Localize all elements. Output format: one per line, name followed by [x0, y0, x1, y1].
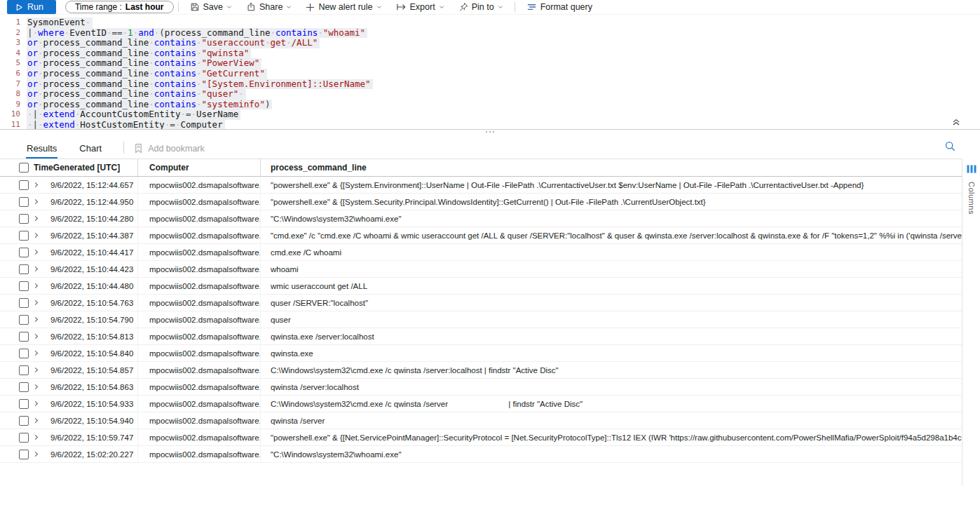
- table-row[interactable]: 9/6/2022, 15:10:54.790 mpocwiis002.dsmap…: [0, 311, 962, 328]
- table-row[interactable]: 9/6/2022, 15:10:54.940 mpocwiis002.dsmap…: [0, 412, 962, 429]
- row-expand-button[interactable]: [34, 452, 50, 456]
- row-computer: mpocwiis002.dsmapalsoftware....: [138, 446, 261, 462]
- collapse-editor-button[interactable]: [951, 117, 962, 127]
- format-lines-icon: [526, 3, 537, 11]
- row-checkbox[interactable]: [19, 416, 29, 426]
- row-process-command-line: qwinsta.exe /server:localhost: [261, 328, 962, 344]
- code-line: 10·|·extend·AccountCustomEntity·=·UserNa…: [0, 109, 980, 120]
- row-expand-button[interactable]: [34, 250, 50, 254]
- row-checkbox[interactable]: [19, 315, 29, 325]
- share-label: Share: [259, 2, 283, 12]
- table-row[interactable]: 9/6/2022, 15:12:44.950 mpocwiis002.dsmap…: [0, 194, 962, 210]
- row-expand-button[interactable]: [34, 183, 50, 187]
- row-time-generated: 9/6/2022, 15:10:44.417: [50, 244, 138, 260]
- row-process-command-line: qwinsta /server:localhost: [261, 379, 962, 395]
- chevron-right-icon: [33, 216, 38, 221]
- row-expand-button[interactable]: [34, 284, 50, 288]
- row-process-command-line: wmic useraccount get /ALL: [261, 278, 962, 294]
- row-expand-button[interactable]: [34, 385, 50, 389]
- row-expand-button[interactable]: [34, 368, 50, 372]
- row-checkbox[interactable]: [19, 399, 29, 409]
- row-checkbox[interactable]: [19, 365, 29, 375]
- row-time-generated: 9/6/2022, 15:10:44.423: [50, 261, 138, 277]
- time-range-picker[interactable]: Time range : Last hour: [65, 1, 174, 13]
- row-checkbox[interactable]: [19, 349, 29, 358]
- row-time-generated: 9/6/2022, 15:02:20.227: [50, 446, 138, 462]
- new-alert-rule-button[interactable]: New alert rule: [299, 0, 388, 14]
- row-checkbox[interactable]: [19, 248, 29, 257]
- tab-chart[interactable]: Chart: [79, 140, 102, 159]
- tab-results[interactable]: Results: [26, 140, 57, 159]
- row-expand-button[interactable]: [34, 436, 50, 439]
- row-time-generated: 9/6/2022, 15:10:44.280: [50, 210, 138, 227]
- table-row[interactable]: 9/6/2022, 15:02:20.227 mpocwiis002.dsmap…: [0, 446, 962, 463]
- chevron-right-icon: [33, 401, 38, 406]
- row-checkbox[interactable]: [19, 433, 29, 443]
- row-checkbox[interactable]: [19, 214, 29, 224]
- table-row[interactable]: 9/6/2022, 15:10:44.480 mpocwiis002.dsmap…: [0, 278, 962, 295]
- add-bookmark-button[interactable]: Add bookmark: [134, 143, 205, 159]
- row-checkbox[interactable]: [19, 450, 29, 459]
- pin-to-button[interactable]: Pin to: [451, 0, 510, 14]
- column-header-timegenerated[interactable]: TimeGenerated [UTC]: [34, 159, 138, 176]
- row-expand-button[interactable]: [34, 267, 50, 271]
- toolbar-divider: [178, 2, 179, 12]
- table-row[interactable]: 9/6/2022, 15:10:44.387 mpocwiis002.dsmap…: [0, 227, 962, 244]
- select-all-checkbox[interactable]: [19, 163, 29, 173]
- export-button[interactable]: Export: [389, 0, 451, 14]
- row-checkbox[interactable]: [19, 332, 29, 342]
- format-query-label: Format query: [540, 2, 592, 12]
- row-checkbox[interactable]: [19, 281, 29, 291]
- table-row[interactable]: 9/6/2022, 15:10:54.763 mpocwiis002.dsmap…: [0, 295, 962, 311]
- table-row[interactable]: 9/6/2022, 15:10:44.423 mpocwiis002.dsmap…: [0, 261, 962, 278]
- time-range-value: Last hour: [125, 2, 164, 12]
- row-checkbox[interactable]: [19, 382, 29, 392]
- format-query-button[interactable]: Format query: [519, 0, 599, 14]
- save-label: Save: [203, 2, 224, 12]
- line-number: 5: [0, 58, 27, 69]
- table-row[interactable]: 9/6/2022, 15:10:54.813 mpocwiis002.dsmap…: [0, 328, 962, 345]
- row-expand-button[interactable]: [34, 335, 50, 338]
- columns-panel-toggle[interactable]: [967, 165, 976, 175]
- row-expand-button[interactable]: [34, 234, 50, 237]
- run-button[interactable]: Run: [7, 0, 56, 14]
- export-label: Export: [410, 2, 435, 12]
- row-expand-button[interactable]: [34, 351, 50, 355]
- table-row[interactable]: 9/6/2022, 15:10:44.417 mpocwiis002.dsmap…: [0, 244, 962, 261]
- row-checkbox[interactable]: [19, 264, 29, 274]
- run-label: Run: [27, 2, 43, 12]
- results-bar-divider: [123, 142, 124, 154]
- table-body: 9/6/2022, 15:12:44.657 mpocwiis002.dsmap…: [0, 177, 962, 463]
- chevron-right-icon: [33, 267, 38, 271]
- query-editor[interactable]: 1SysmonEvent·2|·where·EventID·==·1·and·(…: [0, 15, 980, 129]
- code-lines: 1SysmonEvent·2|·where·EventID·==·1·and·(…: [0, 18, 980, 129]
- log-analytics-query-page: Run Time range : Last hour Save Share Ne…: [0, 0, 980, 463]
- column-header-computer[interactable]: Computer: [138, 159, 261, 176]
- table-row[interactable]: 9/6/2022, 15:10:54.840 mpocwiis002.dsmap…: [0, 345, 962, 362]
- table-row[interactable]: 9/6/2022, 15:10:54.857 mpocwiis002.dsmap…: [0, 362, 962, 379]
- share-button[interactable]: Share: [239, 0, 299, 14]
- row-checkbox[interactable]: [19, 197, 29, 207]
- search-results-button[interactable]: [944, 140, 956, 154]
- row-expand-button[interactable]: [34, 419, 50, 422]
- row-checkbox[interactable]: [19, 298, 29, 308]
- columns-panel-label[interactable]: Columns: [967, 182, 976, 215]
- table-row[interactable]: 9/6/2022, 15:10:54.863 mpocwiis002.dsmap…: [0, 379, 962, 396]
- line-number: 6: [0, 69, 27, 79]
- editor-results-splitter[interactable]: [0, 129, 980, 136]
- row-expand-button[interactable]: [34, 200, 50, 203]
- row-checkbox[interactable]: [19, 180, 29, 190]
- row-expand-button[interactable]: [34, 301, 50, 304]
- row-expand-button[interactable]: [34, 402, 50, 405]
- table-row[interactable]: 9/6/2022, 15:10:59.747 mpocwiis002.dsmap…: [0, 429, 962, 446]
- table-row[interactable]: 9/6/2022, 15:10:44.280 mpocwiis002.dsmap…: [0, 210, 962, 227]
- code-line: 3or·process_command_line·contains·"usera…: [0, 38, 980, 48]
- row-expand-button[interactable]: [34, 318, 50, 321]
- table-row[interactable]: 9/6/2022, 15:12:44.657 mpocwiis002.dsmap…: [0, 177, 962, 194]
- row-checkbox[interactable]: [19, 231, 29, 241]
- save-button[interactable]: Save: [183, 0, 240, 14]
- code-line: 11·|·extend·HostCustomEntity·=·Computer: [0, 120, 980, 129]
- column-header-process-command-line[interactable]: process_command_line: [261, 159, 962, 176]
- table-row[interactable]: 9/6/2022, 15:10:54.933 mpocwiis002.dsmap…: [0, 396, 962, 412]
- row-expand-button[interactable]: [34, 217, 50, 220]
